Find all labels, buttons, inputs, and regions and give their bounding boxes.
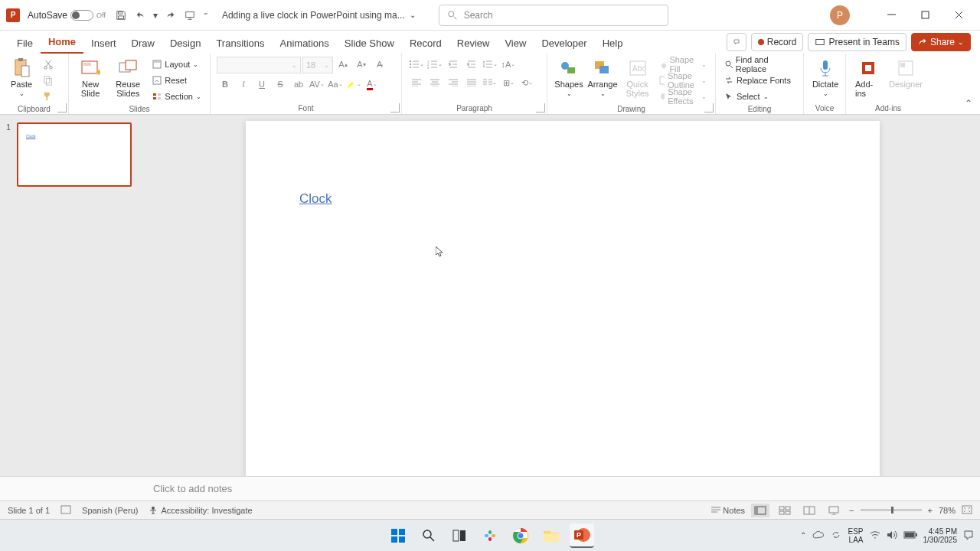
character-spacing-button[interactable]: AV⌄ xyxy=(309,77,325,92)
start-button[interactable] xyxy=(386,523,410,548)
bold-button[interactable]: B xyxy=(217,77,234,92)
slide-counter[interactable]: Slide 1 of 1 xyxy=(8,506,50,515)
reading-view-button[interactable] xyxy=(800,504,818,517)
zoom-out-button[interactable]: − xyxy=(849,506,854,515)
wifi-icon[interactable] xyxy=(870,530,880,541)
minimize-button[interactable] xyxy=(876,4,906,27)
dialog-launcher-icon[interactable] xyxy=(704,103,714,112)
redo-icon[interactable] xyxy=(161,6,179,24)
addins-button[interactable]: Add-ins xyxy=(852,57,884,99)
decrease-font-button[interactable]: A▾ xyxy=(353,57,370,72)
powerpoint-taskbar-icon[interactable]: P xyxy=(570,523,594,548)
tray-chevron-icon[interactable]: ⌃ xyxy=(800,531,806,540)
record-button[interactable]: Record xyxy=(751,33,804,51)
replace-fonts-button[interactable]: Replace Fonts xyxy=(722,73,797,88)
columns-button[interactable]: ⌄ xyxy=(482,75,498,90)
notes-pane[interactable]: Click to add notes xyxy=(0,476,980,500)
layout-button[interactable]: Layout⌄ xyxy=(150,57,204,72)
slide-canvas-area[interactable]: Clock xyxy=(145,115,980,476)
close-button[interactable] xyxy=(943,4,974,27)
tab-developer[interactable]: Developer xyxy=(534,34,594,54)
slide[interactable]: Clock xyxy=(246,121,880,476)
tab-home[interactable]: Home xyxy=(41,33,83,54)
task-view-button[interactable] xyxy=(447,523,472,548)
search-input[interactable]: Search xyxy=(439,5,668,26)
align-text-button[interactable]: ⊞⌄ xyxy=(500,75,517,90)
battery-icon[interactable] xyxy=(903,531,917,540)
dialog-launcher-icon[interactable] xyxy=(57,103,67,112)
change-case-button[interactable]: Aa⌄ xyxy=(327,77,344,92)
copy-button[interactable] xyxy=(40,73,57,88)
italic-button[interactable]: I xyxy=(235,77,252,92)
fit-to-window-button[interactable] xyxy=(962,505,972,516)
accessibility-button[interactable]: Accessibility: Investigate xyxy=(149,506,252,515)
font-family-combo[interactable]: ⌄ xyxy=(217,57,301,73)
tab-record[interactable]: Record xyxy=(402,34,449,54)
tab-slideshow[interactable]: Slide Show xyxy=(337,34,402,54)
tab-help[interactable]: Help xyxy=(595,34,631,54)
sync-icon[interactable] xyxy=(831,530,841,542)
shapes-button[interactable]: Shapes⌄ xyxy=(554,57,584,99)
onedrive-icon[interactable] xyxy=(812,530,825,541)
arrange-button[interactable]: Arrange⌄ xyxy=(587,57,618,99)
zoom-in-button[interactable]: + xyxy=(928,506,933,515)
strikethrough-button[interactable]: S xyxy=(272,77,289,92)
tab-review[interactable]: Review xyxy=(449,34,498,54)
dialog-launcher-icon[interactable] xyxy=(536,103,545,112)
tab-design[interactable]: Design xyxy=(162,34,208,54)
paste-button[interactable]: Paste ⌄ xyxy=(6,57,37,99)
increase-font-button[interactable]: A▴ xyxy=(335,57,351,72)
autosave-toggle[interactable]: AutoSave Off xyxy=(28,10,106,21)
avatar[interactable]: P xyxy=(830,5,850,25)
present-in-teams-button[interactable]: Present in Teams xyxy=(808,33,906,51)
increase-indent-button[interactable] xyxy=(463,57,480,72)
align-left-button[interactable] xyxy=(408,75,425,90)
shape-fill-button[interactable]: Shape Fill⌄ xyxy=(657,57,709,72)
shape-effects-button[interactable]: Shape Effects⌄ xyxy=(657,89,709,104)
tab-transitions[interactable]: Transitions xyxy=(208,34,272,54)
tab-insert[interactable]: Insert xyxy=(83,34,124,54)
zoom-level[interactable]: 78% xyxy=(939,506,956,515)
decrease-indent-button[interactable] xyxy=(445,57,462,72)
reset-button[interactable]: Reset xyxy=(150,73,204,88)
clear-formatting-button[interactable]: A̶ xyxy=(371,57,388,72)
highlight-button[interactable]: ⌄ xyxy=(345,77,362,92)
document-title[interactable]: Adding a live clock in PowerPoint using … xyxy=(222,10,416,21)
slack-taskbar-icon[interactable] xyxy=(478,523,502,548)
bullets-button[interactable]: ⌄ xyxy=(408,57,425,72)
tab-view[interactable]: View xyxy=(497,34,534,54)
line-spacing-button[interactable]: ⌄ xyxy=(482,57,498,72)
justify-button[interactable] xyxy=(463,75,480,90)
align-center-button[interactable] xyxy=(426,75,443,90)
section-button[interactable]: Section⌄ xyxy=(150,89,204,104)
numbering-button[interactable]: 123⌄ xyxy=(426,57,443,72)
slide-sorter-view-button[interactable] xyxy=(776,504,794,517)
qat-customize-icon[interactable]: ⁼ xyxy=(201,6,211,24)
smartart-button[interactable]: ⟲⌄ xyxy=(518,75,535,90)
underline-button[interactable]: U xyxy=(253,77,270,92)
reuse-slides-button[interactable]: Reuse Slides xyxy=(109,57,147,99)
search-taskbar-button[interactable] xyxy=(416,523,441,548)
volume-icon[interactable] xyxy=(887,530,897,541)
find-replace-button[interactable]: Find and Replace xyxy=(722,57,797,72)
save-icon[interactable] xyxy=(112,6,130,24)
maximize-button[interactable] xyxy=(910,4,940,27)
comments-button[interactable] xyxy=(727,33,746,51)
designer-button[interactable]: Designer xyxy=(887,57,924,90)
dictate-button[interactable]: Dictate⌄ xyxy=(810,57,841,99)
undo-icon[interactable] xyxy=(132,6,150,24)
tab-draw[interactable]: Draw xyxy=(124,34,162,54)
font-size-combo[interactable]: 18⌄ xyxy=(302,57,333,73)
keyboard-language[interactable]: ESPLAA xyxy=(848,527,863,544)
present-from-start-icon[interactable] xyxy=(181,6,199,24)
spell-check-icon[interactable] xyxy=(60,505,71,516)
undo-dropdown-icon[interactable]: ▾ xyxy=(152,6,159,24)
cut-button[interactable] xyxy=(40,57,57,72)
select-button[interactable]: Select⌄ xyxy=(722,89,797,104)
clock[interactable]: 4:45 PM1/30/2025 xyxy=(923,527,958,544)
share-button[interactable]: Share⌄ xyxy=(911,33,971,51)
chevron-down-icon[interactable]: ⌄ xyxy=(410,11,416,19)
align-right-button[interactable] xyxy=(445,75,462,90)
shape-outline-button[interactable]: Shape Outline⌄ xyxy=(657,73,709,88)
format-painter-button[interactable] xyxy=(40,89,57,104)
